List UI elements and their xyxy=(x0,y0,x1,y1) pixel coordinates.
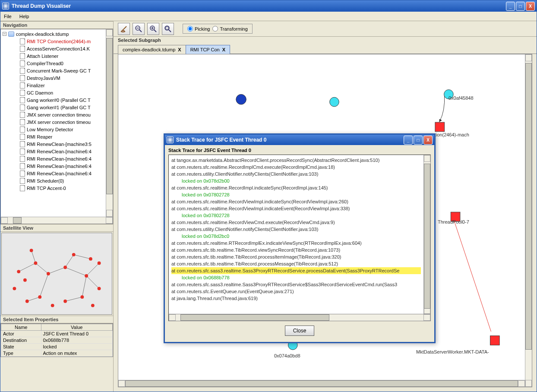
mode-picking[interactable]: Picking xyxy=(187,26,210,32)
scroll-thumb[interactable] xyxy=(13,217,22,224)
dialog-close-button[interactable]: X xyxy=(423,136,433,145)
tree-root[interactable]: −complex-deadlock.tdump xyxy=(2,30,105,38)
brush-icon[interactable] xyxy=(118,23,130,35)
tree-item[interactable]: GC Daemon xyxy=(2,89,105,96)
canvas-hscroll[interactable] xyxy=(118,380,525,387)
collapse-icon[interactable]: − xyxy=(3,32,6,36)
tree-item[interactable]: AccessServerConnection14.K xyxy=(2,45,105,52)
tree-label: RMI TCP Accent-0 xyxy=(27,186,66,191)
tree-item[interactable]: Gang worker#0 (Parallel GC T xyxy=(2,96,105,104)
stack-trace[interactable]: at tangox.ax.marketdata.AbstractRecordCl… xyxy=(169,155,423,314)
prop-name: State xyxy=(1,344,41,350)
scroll-thumb[interactable] xyxy=(525,63,532,350)
tab[interactable]: RMI TCP Con X xyxy=(186,45,230,54)
scroll-thumb[interactable] xyxy=(106,38,113,194)
table-row[interactable]: TypeAction on mutex xyxy=(1,350,113,357)
left-panel: Navigation −complex-deadlock.tdumpRMI TC… xyxy=(0,21,114,392)
scroll-right-icon[interactable] xyxy=(106,217,113,224)
tree-hscroll[interactable] xyxy=(1,217,113,224)
zoom-in-icon[interactable] xyxy=(147,23,159,35)
scroll-up-icon[interactable] xyxy=(424,155,430,162)
tab-label: complex-deadlock.tdump xyxy=(123,47,175,52)
tree-item[interactable]: RMI RenewClean-[machine6:4 xyxy=(2,162,105,170)
scroll-thumb[interactable] xyxy=(180,314,329,321)
scroll-right-icon[interactable] xyxy=(423,314,430,321)
tab-close-icon[interactable]: X xyxy=(178,47,181,52)
maximize-button[interactable]: □ xyxy=(516,2,525,11)
svg-point-9 xyxy=(89,257,92,261)
navigation-tree[interactable]: −complex-deadlock.tdumpRMI TCP Connectio… xyxy=(1,29,106,217)
navigation-tree-wrap: −complex-deadlock.tdumpRMI TCP Connectio… xyxy=(0,29,113,224)
tree-item[interactable]: JMX server connection timeou xyxy=(2,118,105,126)
tree-item[interactable]: RMI RenewClean-[machine6:4 xyxy=(2,155,105,162)
scroll-thumb[interactable] xyxy=(125,380,518,387)
table-row[interactable]: ActorJSFC Event Thread 0 xyxy=(1,331,113,337)
scroll-left-icon[interactable] xyxy=(1,217,8,224)
tree-item[interactable]: RMI TCP Accent-0 xyxy=(2,184,105,192)
zoom-fit-icon[interactable] xyxy=(162,23,174,35)
dialog-subtitle: Stack Trace for JSFC Event Thread 0 xyxy=(168,148,431,155)
scroll-up-icon[interactable] xyxy=(106,29,113,36)
subgraph-title: Selected Subgraph xyxy=(114,37,537,44)
tree-vscroll[interactable] xyxy=(106,29,113,217)
trace-line: at com.reuters.sfc.realtime.RecordImpl.i… xyxy=(171,184,421,191)
tab[interactable]: complex-deadlock.tdump X xyxy=(118,45,186,54)
tree-item[interactable]: CompilerThread0 xyxy=(2,60,105,67)
document-icon xyxy=(20,149,25,155)
mode-transforming-radio[interactable] xyxy=(212,26,218,32)
tree-item[interactable]: DestroyJavaVM xyxy=(2,74,105,82)
zoom-out-icon[interactable] xyxy=(133,23,145,35)
props-header-value[interactable]: Value xyxy=(41,324,113,331)
tree-item[interactable]: RMI RenewClean-[machine3:5 xyxy=(2,140,105,148)
trace-vscroll[interactable] xyxy=(423,155,430,314)
props-header-name[interactable]: Name xyxy=(1,324,41,331)
scroll-up-icon[interactable] xyxy=(525,54,532,61)
tree-item[interactable]: Low Memory Detector xyxy=(2,126,105,133)
table-row[interactable]: Statelocked xyxy=(1,344,113,350)
close-button[interactable]: X xyxy=(526,2,535,11)
scroll-right-icon[interactable] xyxy=(518,380,525,387)
mode-transforming[interactable]: Transforming xyxy=(212,26,247,32)
svg-point-16 xyxy=(51,304,54,307)
scroll-left-icon[interactable] xyxy=(118,380,125,387)
minimize-button[interactable]: _ xyxy=(506,2,515,11)
svg-point-15 xyxy=(23,278,27,282)
dialog-titlebar[interactable]: Stack Trace for JSFC Event Thread 0 _ □ … xyxy=(165,135,434,145)
tree-item[interactable]: RMI RenewClean-[machine6:4 xyxy=(2,170,105,177)
close-button[interactable]: Close xyxy=(285,326,315,336)
menu-file[interactable]: File xyxy=(2,13,13,20)
scroll-left-icon[interactable] xyxy=(169,314,176,321)
dialog-maximize-button[interactable]: □ xyxy=(414,136,423,145)
document-icon xyxy=(20,82,25,89)
tree-item[interactable]: RMI RenewClean-[machine6:4 xyxy=(2,148,105,155)
tree-item[interactable]: RMI Reaper xyxy=(2,133,105,140)
satellite-view[interactable] xyxy=(1,233,112,315)
tree-item[interactable]: RMI Scheduler(0) xyxy=(2,177,105,184)
tab-close-icon[interactable]: X xyxy=(222,47,225,52)
tree-item[interactable]: Gang worker#1 (Parallel GC T xyxy=(2,104,105,111)
menu-help[interactable]: Help xyxy=(18,13,31,20)
tree-item[interactable]: Attach Listener xyxy=(2,52,105,60)
tree-item[interactable]: Finalizer xyxy=(2,82,105,89)
tree-item[interactable]: RMI TCP Connection(2464)-m xyxy=(2,38,105,45)
table-row[interactable]: Destination0x0688b778 xyxy=(1,337,113,344)
mode-picking-radio[interactable] xyxy=(187,26,193,32)
title-bar[interactable]: Thread Dump Visualiser _ □ X xyxy=(0,0,537,12)
tree-label: GC Daemon xyxy=(27,90,53,95)
document-icon xyxy=(20,134,25,140)
scroll-thumb[interactable] xyxy=(424,164,430,309)
document-icon xyxy=(20,171,25,177)
trace-line: at com.reuters.sfc.realtime.RTRecordImpl… xyxy=(171,240,421,247)
canvas-vscroll[interactable] xyxy=(525,54,532,387)
dialog-minimize-button[interactable]: _ xyxy=(404,136,413,145)
svg-point-4 xyxy=(85,274,88,278)
tree-item[interactable]: JMX server connection timeou xyxy=(2,111,105,118)
scroll-down-icon[interactable] xyxy=(106,210,113,217)
trace-hscroll[interactable] xyxy=(168,314,431,321)
trace-line: at com.reuters.sfc.realtime.RecordImplCm… xyxy=(171,164,421,171)
tree-item[interactable]: Concurrent Mark-Sweep GC T xyxy=(2,67,105,74)
svg-line-22 xyxy=(154,30,156,32)
tree-label: complex-deadlock.tdump xyxy=(16,32,69,37)
tree-label: JMX server connection timeou xyxy=(27,112,91,117)
scroll-down-icon[interactable] xyxy=(525,380,532,387)
